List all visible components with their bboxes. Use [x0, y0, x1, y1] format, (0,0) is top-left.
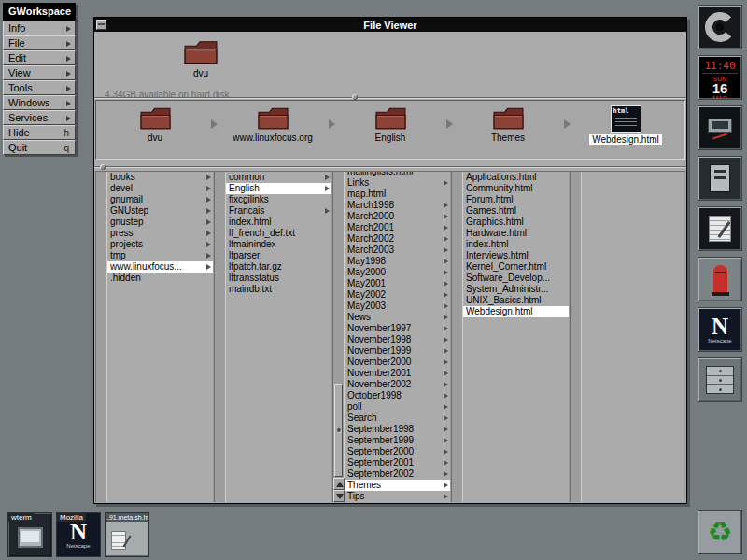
file-row[interactable]: GNUstep — [107, 205, 213, 217]
file-row[interactable]: Kernel_Corner.html — [463, 261, 569, 273]
file-row[interactable]: Community.html — [463, 183, 569, 194]
file-row[interactable]: September2000 — [345, 446, 450, 457]
file-row[interactable]: September1999 — [345, 435, 450, 446]
file-row[interactable]: September2001 — [345, 457, 450, 469]
file-row[interactable]: Software_Develop... — [463, 273, 569, 284]
file-row[interactable]: November1999 — [345, 345, 450, 357]
dock-tile-safe[interactable] — [698, 156, 742, 201]
miniwindow-meta-sh-html[interactable]: ..91.meta.sh.html — [105, 512, 149, 557]
menu-title[interactable]: GWorkspace — [3, 3, 76, 21]
dock-tile-clock[interactable]: 11:40 SUN 16 MAR — [698, 55, 742, 100]
scrollbar-knob[interactable] — [334, 384, 343, 477]
file-row[interactable]: Francais — [226, 205, 331, 217]
file-row[interactable]: November2001 — [345, 368, 450, 379]
menu-item[interactable]: Info — [3, 21, 76, 35]
appicon-mozilla[interactable]: Mozilla N Netscape — [56, 512, 101, 557]
file-row[interactable]: Links — [345, 177, 450, 189]
window-titlebar[interactable]: File Viewer — [94, 18, 686, 32]
file-row[interactable]: Forum.html — [463, 194, 569, 205]
file-row[interactable]: lfpatch.tar.gz — [226, 261, 331, 273]
dock-tile-postbox[interactable] — [698, 257, 742, 301]
file-row[interactable]: lfparser — [226, 250, 331, 261]
column-scrollbar[interactable] — [95, 172, 107, 502]
file-row[interactable]: devel — [107, 183, 213, 194]
root-folder[interactable]: dvu — [175, 38, 227, 78]
file-row[interactable]: September1998 — [345, 424, 450, 435]
scroll-down-button[interactable] — [333, 490, 345, 502]
file-row[interactable]: lf_french_def.txt — [226, 228, 331, 239]
dock-tile-recycler[interactable]: ♻ — [698, 510, 742, 554]
scroll-up-button[interactable] — [333, 478, 345, 490]
file-row[interactable]: May2001 — [345, 278, 450, 289]
file-row[interactable]: fixcgilinks — [226, 194, 331, 205]
file-row[interactable]: poll — [345, 401, 450, 413]
file-row[interactable]: Graphics.html — [463, 217, 569, 228]
browser-resize-handle[interactable] — [100, 164, 106, 170]
file-row[interactable]: maindb.txt — [226, 284, 331, 295]
file-row[interactable]: gnumail — [107, 194, 213, 205]
dock-tile-notepad[interactable] — [698, 206, 742, 251]
file-row[interactable]: press — [107, 228, 213, 239]
file-row[interactable]: May2000 — [345, 267, 450, 278]
file-row[interactable]: March2003 — [345, 245, 450, 256]
menu-item[interactable]: Services — [3, 110, 76, 125]
file-row[interactable]: November2000 — [345, 357, 450, 368]
appicon-wterm[interactable]: wterm — [7, 512, 52, 557]
file-row[interactable]: lfmainindex — [226, 239, 331, 250]
file-row[interactable]: English — [226, 183, 331, 194]
file-row[interactable]: gnustep — [107, 217, 213, 228]
file-row[interactable]: common — [226, 172, 331, 183]
file-row[interactable]: .hidden — [107, 273, 213, 284]
file-row[interactable]: index.html — [226, 217, 331, 228]
column-scrollbar[interactable] — [451, 172, 463, 502]
file-row[interactable]: May2002 — [345, 289, 450, 301]
menu-item[interactable]: Hide h — [3, 125, 76, 140]
file-row[interactable]: Search — [345, 413, 450, 424]
column-scrollbar[interactable] — [214, 172, 226, 502]
file-row[interactable]: March2001 — [345, 222, 450, 233]
file-row[interactable]: Themes — [345, 480, 450, 491]
file-row[interactable]: index.html — [463, 239, 569, 250]
file-row[interactable]: May1998 — [345, 256, 450, 267]
shelf-item[interactable]: html dvu — [96, 105, 214, 143]
shelf-item[interactable]: html English — [331, 105, 449, 143]
file-row[interactable]: November1998 — [345, 334, 450, 345]
dock-tile-netscape[interactable]: N Netscape — [698, 307, 742, 352]
file-row[interactable]: November2002 — [345, 379, 450, 390]
dock-tile-gnustep[interactable] — [698, 5, 742, 49]
dock-tile-workstation[interactable] — [698, 105, 742, 150]
file-row[interactable]: News — [345, 312, 450, 323]
file-row[interactable]: Applications.html — [463, 172, 569, 183]
shelf-item[interactable]: html www.linuxfocus.org — [214, 105, 331, 143]
menu-item[interactable]: File — [3, 35, 76, 50]
file-row[interactable]: November1997 — [345, 323, 450, 334]
file-row[interactable]: www.linuxfocus... — [107, 261, 213, 273]
file-row[interactable]: Games.html — [463, 205, 569, 217]
shelf-item[interactable]: html Webdesign.html — [567, 105, 684, 145]
menu-item[interactable]: Edit — [3, 50, 76, 65]
menu-item[interactable]: Quit q — [3, 140, 76, 155]
shelf-resize-handle[interactable] — [352, 94, 358, 100]
file-row[interactable]: books — [107, 172, 213, 183]
file-row[interactable]: tmp — [107, 250, 213, 261]
column-scrollbar[interactable] — [332, 172, 345, 502]
menu-item[interactable]: Tools — [3, 80, 76, 95]
file-row[interactable]: projects — [107, 239, 213, 250]
file-row[interactable]: UNIX_Basics.html — [463, 295, 569, 306]
file-row[interactable]: Tips — [345, 491, 450, 502]
file-row[interactable]: Webdesign.html — [463, 306, 569, 317]
file-row[interactable]: October1998 — [345, 390, 450, 401]
file-row[interactable]: September2002 — [345, 469, 450, 480]
file-row[interactable]: May2003 — [345, 301, 450, 312]
file-row[interactable]: System_Administr... — [463, 284, 569, 295]
file-row[interactable]: Hardware.html — [463, 228, 569, 239]
dock-tile-cabinet[interactable] — [698, 357, 742, 402]
file-row[interactable]: March1998 — [345, 200, 450, 211]
menu-item[interactable]: View — [3, 65, 76, 80]
file-row[interactable]: March2002 — [345, 233, 450, 245]
menu-item[interactable]: Windows — [3, 95, 76, 110]
file-row[interactable]: Interviews.html — [463, 250, 569, 261]
file-row[interactable]: March2000 — [345, 211, 450, 222]
column-scrollbar[interactable] — [570, 172, 582, 502]
miniaturize-button[interactable] — [96, 20, 106, 30]
